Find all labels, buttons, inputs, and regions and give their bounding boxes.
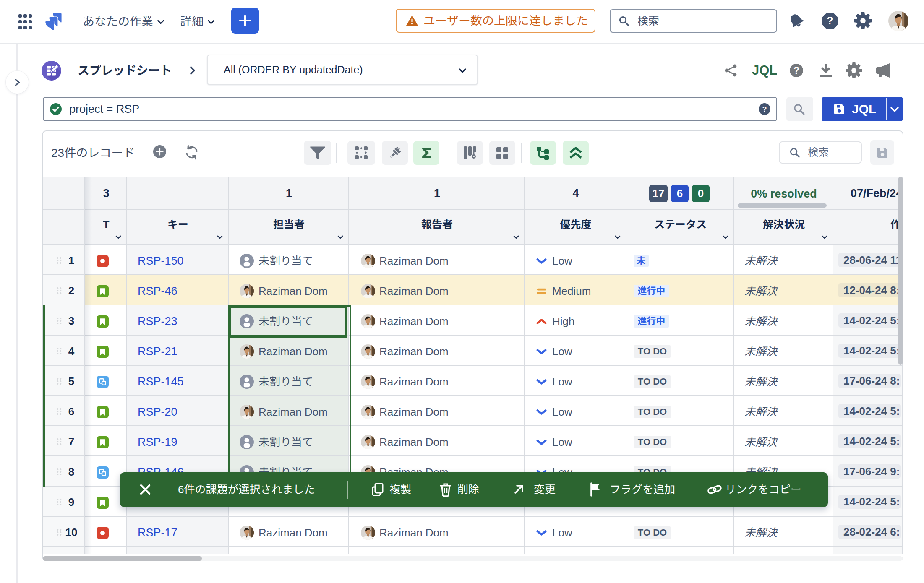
- svg-text:?: ?: [827, 15, 833, 26]
- svg-text:?: ?: [793, 65, 799, 76]
- svg-text:?: ?: [762, 105, 767, 114]
